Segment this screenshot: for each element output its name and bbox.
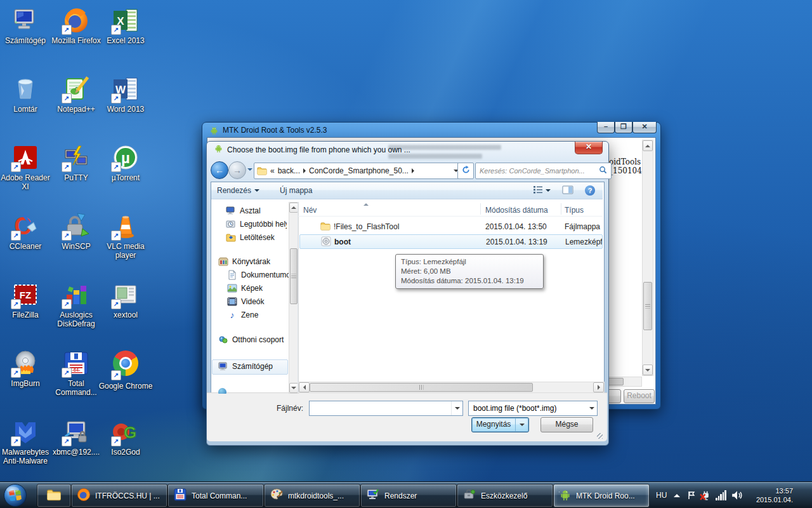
- malwarebytes-icon: ↗: [10, 417, 41, 447]
- shortcut-arrow-icon: ↗: [11, 162, 21, 172]
- scroll-down-button[interactable]: [289, 383, 298, 393]
- sidebar-item-homegroup[interactable]: Otthoni csoport: [218, 333, 284, 346]
- dialog-close-button[interactable]: ✕: [575, 142, 603, 154]
- preview-pane-button[interactable]: [556, 184, 579, 197]
- file-row-folder[interactable]: !Files_to_FlashTool 2015.01.04. 13:50 Fá…: [299, 220, 602, 233]
- scroll-down-button[interactable]: [643, 364, 653, 375]
- breadcrumb-segment[interactable]: ConCorde_Smartphone_50...: [309, 166, 409, 175]
- power-status-icon[interactable]: [699, 482, 711, 508]
- search-input[interactable]: Keresés: ConCorde_Smartphon...: [475, 163, 612, 179]
- sidebar-item-computer[interactable]: Számítógép: [218, 360, 273, 373]
- views-button[interactable]: [527, 184, 556, 197]
- sidebar-item-music[interactable]: ♪ Zene: [227, 309, 258, 321]
- breadcrumb-segment[interactable]: back...: [278, 166, 300, 175]
- show-hidden-icons-button[interactable]: [674, 482, 680, 508]
- desktop-icon-chrome[interactable]: ↗ Google Chrome: [96, 348, 155, 391]
- sidebar-item-libraries[interactable]: Könyvtárak: [218, 255, 270, 268]
- cancel-button[interactable]: Mégse: [540, 417, 593, 432]
- breadcrumb-overflow[interactable]: «: [270, 166, 275, 175]
- help-button[interactable]: ?: [579, 184, 603, 197]
- shortcut-arrow-icon: ↗: [62, 93, 72, 104]
- breadcrumb-separator-icon[interactable]: [412, 168, 414, 173]
- network-signal-icon[interactable]: [716, 490, 726, 500]
- taskbar-button-system[interactable]: Rendszer: [360, 484, 457, 507]
- android-icon: [209, 126, 219, 135]
- system-monitor-icon: [366, 488, 380, 504]
- column-header-name[interactable]: Név: [303, 206, 317, 215]
- filename-combobox[interactable]: [309, 401, 463, 416]
- sidebar-item-videos[interactable]: Videók: [227, 295, 264, 308]
- taskbar-button-totalcmd[interactable]: Total Comman...: [167, 484, 264, 507]
- list-horizontal-scrollbar[interactable]: [298, 382, 605, 393]
- resize-grip[interactable]: [597, 433, 603, 439]
- desktop-icon-utorrent[interactable]: µ↗ µTorrent: [96, 142, 155, 182]
- scroll-thumb[interactable]: [643, 282, 652, 330]
- scroll-right-button[interactable]: [593, 382, 604, 392]
- taskbar-explorer-button[interactable]: [37, 484, 71, 507]
- disc-image-icon: [321, 236, 331, 246]
- shortcut-arrow-icon: ↗: [62, 299, 72, 309]
- taskbar-button-mtk-droid[interactable]: MTK Droid Roo...: [553, 484, 650, 507]
- column-header-date[interactable]: Módosítás dátuma: [485, 206, 548, 215]
- taskbar-button-firefox[interactable]: ITFRÖCCS.HU | ...: [71, 484, 167, 507]
- new-folder-button[interactable]: Új mappa: [274, 184, 318, 197]
- breadcrumb-separator-icon[interactable]: [303, 168, 306, 173]
- sidebar-item-partial[interactable]: [218, 388, 226, 394]
- shortcut-arrow-icon: ↗: [111, 299, 121, 309]
- dialog-title[interactable]: Choose the boot.img file from phone whic…: [227, 145, 410, 154]
- filetype-dropdown-icon[interactable]: [586, 401, 597, 415]
- adobe-reader-icon: ↗: [10, 142, 41, 173]
- reboot-button[interactable]: Reboot: [624, 389, 655, 403]
- language-indicator[interactable]: HU: [656, 482, 667, 508]
- close-button[interactable]: ✕: [632, 122, 657, 133]
- filename-input[interactable]: [310, 403, 451, 414]
- scroll-left-button[interactable]: [299, 382, 310, 392]
- column-header-type[interactable]: Típus: [565, 206, 584, 215]
- open-split-dropdown-icon[interactable]: [515, 418, 528, 432]
- toolbox-icon: [462, 488, 476, 504]
- desktop-icon-vlc[interactable]: ↗ VLC media player: [96, 211, 155, 260]
- mtk-vertical-scrollbar[interactable]: [642, 140, 653, 376]
- start-button[interactable]: [3, 483, 28, 508]
- sidebar-item-pictures[interactable]: Képek: [227, 282, 263, 295]
- refresh-button[interactable]: [457, 163, 474, 179]
- sidebar-item-recent-places[interactable]: Legutóbbi helyek: [226, 218, 287, 231]
- sidebar-item-documents[interactable]: Dokumentumok: [227, 269, 294, 281]
- taskbar-button-device-manager[interactable]: Eszközkezelő: [457, 484, 553, 507]
- sidebar-item-downloads[interactable]: Letöltések: [226, 231, 275, 244]
- taskbar-clock[interactable]: 13:57 2015.01.04.: [751, 482, 793, 508]
- desktop-icon-xextool[interactable]: ↗ xextool: [96, 279, 155, 319]
- scroll-up-button[interactable]: [289, 203, 298, 213]
- back-button[interactable]: ←: [211, 161, 228, 179]
- organize-menu[interactable]: Rendezés: [211, 184, 265, 197]
- scroll-thumb[interactable]: [310, 383, 533, 392]
- column-separator[interactable]: [480, 203, 481, 215]
- filezilla-icon: FZ↗: [10, 279, 41, 310]
- column-separator[interactable]: [561, 203, 561, 215]
- volume-icon[interactable]: [731, 482, 743, 508]
- taskbar-button-mtkdroidtools-archive[interactable]: mtkdroidtools_...: [264, 484, 360, 507]
- sidebar-item-desktop[interactable]: Asztal: [226, 204, 261, 217]
- desktop-icon-word[interactable]: W↗ Word 2013: [96, 74, 155, 114]
- desktop-icon-excel[interactable]: X↗ Excel 2013: [96, 5, 155, 45]
- recent-pages-dropdown-icon[interactable]: [247, 168, 252, 171]
- address-bar[interactable]: « back... ConCorde_Smartphone_50...: [254, 163, 462, 179]
- scroll-thumb[interactable]: [290, 248, 298, 304]
- open-button[interactable]: Megnyitás: [471, 417, 529, 432]
- file-row-boot[interactable]: boot 2015.01.04. 13:19 Lemezképfájl: [299, 234, 603, 249]
- filetype-dropdown[interactable]: boot.img file (*boot*.img): [468, 401, 598, 416]
- mtk-window-titlebar[interactable]: MTK Droid Root & Tools v2.5.3: [209, 124, 476, 136]
- action-center-icon[interactable]: [686, 482, 697, 508]
- search-icon[interactable]: [599, 166, 607, 176]
- filename-dropdown-icon[interactable]: [451, 401, 462, 415]
- forward-button[interactable]: →: [228, 161, 246, 179]
- shortcut-arrow-icon: ↗: [62, 25, 72, 35]
- xbmc-icon: ↗: [61, 417, 91, 447]
- minimize-button[interactable]: –: [597, 122, 615, 133]
- desktop-icon-iso2god[interactable]: G↗ Iso2God: [96, 417, 155, 457]
- folder-icon: [320, 221, 331, 231]
- maximize-button[interactable]: ❐: [615, 122, 632, 133]
- scroll-up-button[interactable]: [643, 140, 653, 151]
- android-icon: [214, 144, 223, 153]
- libraries-icon: [218, 257, 228, 267]
